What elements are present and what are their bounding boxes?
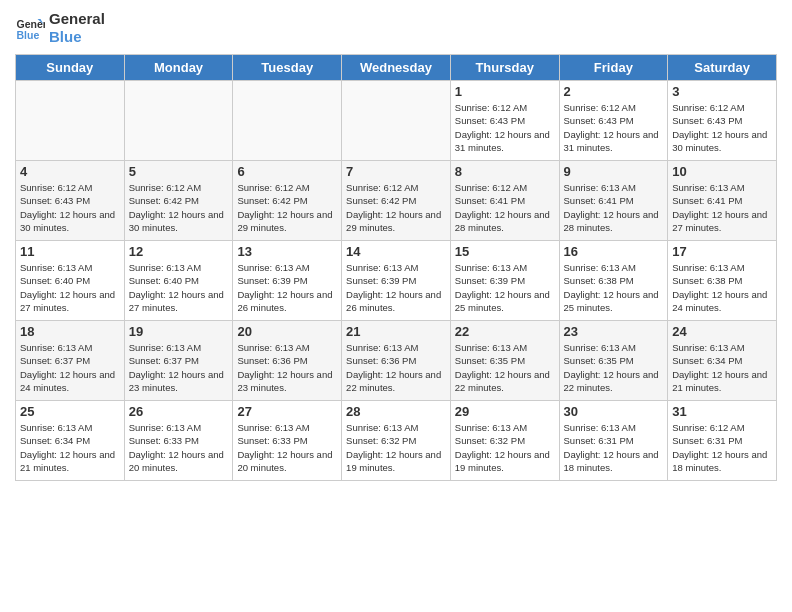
day-number: 7 [346,164,446,179]
day-number: 25 [20,404,120,419]
day-header-wednesday: Wednesday [342,55,451,81]
week-row-3: 11Sunrise: 6:13 AM Sunset: 6:40 PM Dayli… [16,241,777,321]
day-info: Sunrise: 6:12 AM Sunset: 6:41 PM Dayligh… [455,181,555,234]
day-number: 10 [672,164,772,179]
day-cell: 1Sunrise: 6:12 AM Sunset: 6:43 PM Daylig… [450,81,559,161]
day-info: Sunrise: 6:13 AM Sunset: 6:33 PM Dayligh… [129,421,229,474]
day-cell: 23Sunrise: 6:13 AM Sunset: 6:35 PM Dayli… [559,321,668,401]
day-info: Sunrise: 6:13 AM Sunset: 6:40 PM Dayligh… [129,261,229,314]
day-number: 27 [237,404,337,419]
day-cell: 12Sunrise: 6:13 AM Sunset: 6:40 PM Dayli… [124,241,233,321]
day-cell: 2Sunrise: 6:12 AM Sunset: 6:43 PM Daylig… [559,81,668,161]
calendar-table: SundayMondayTuesdayWednesdayThursdayFrid… [15,54,777,481]
day-number: 29 [455,404,555,419]
day-cell: 18Sunrise: 6:13 AM Sunset: 6:37 PM Dayli… [16,321,125,401]
day-info: Sunrise: 6:12 AM Sunset: 6:43 PM Dayligh… [672,101,772,154]
day-cell [342,81,451,161]
day-info: Sunrise: 6:13 AM Sunset: 6:36 PM Dayligh… [237,341,337,394]
day-header-friday: Friday [559,55,668,81]
day-cell: 16Sunrise: 6:13 AM Sunset: 6:38 PM Dayli… [559,241,668,321]
day-number: 15 [455,244,555,259]
day-cell: 31Sunrise: 6:12 AM Sunset: 6:31 PM Dayli… [668,401,777,481]
day-cell: 20Sunrise: 6:13 AM Sunset: 6:36 PM Dayli… [233,321,342,401]
day-info: Sunrise: 6:12 AM Sunset: 6:43 PM Dayligh… [20,181,120,234]
day-number: 30 [564,404,664,419]
day-cell [233,81,342,161]
day-number: 14 [346,244,446,259]
day-header-monday: Monday [124,55,233,81]
day-info: Sunrise: 6:13 AM Sunset: 6:33 PM Dayligh… [237,421,337,474]
day-cell: 22Sunrise: 6:13 AM Sunset: 6:35 PM Dayli… [450,321,559,401]
day-number: 18 [20,324,120,339]
day-info: Sunrise: 6:13 AM Sunset: 6:35 PM Dayligh… [564,341,664,394]
day-cell: 3Sunrise: 6:12 AM Sunset: 6:43 PM Daylig… [668,81,777,161]
day-info: Sunrise: 6:13 AM Sunset: 6:34 PM Dayligh… [672,341,772,394]
day-info: Sunrise: 6:12 AM Sunset: 6:43 PM Dayligh… [564,101,664,154]
day-info: Sunrise: 6:13 AM Sunset: 6:39 PM Dayligh… [455,261,555,314]
day-number: 3 [672,84,772,99]
day-info: Sunrise: 6:13 AM Sunset: 6:40 PM Dayligh… [20,261,120,314]
week-row-5: 25Sunrise: 6:13 AM Sunset: 6:34 PM Dayli… [16,401,777,481]
day-cell: 11Sunrise: 6:13 AM Sunset: 6:40 PM Dayli… [16,241,125,321]
day-cell: 9Sunrise: 6:13 AM Sunset: 6:41 PM Daylig… [559,161,668,241]
day-info: Sunrise: 6:13 AM Sunset: 6:41 PM Dayligh… [564,181,664,234]
day-info: Sunrise: 6:12 AM Sunset: 6:42 PM Dayligh… [346,181,446,234]
page-container: General Blue General Blue SundayMondayTu… [0,0,792,491]
day-info: Sunrise: 6:13 AM Sunset: 6:31 PM Dayligh… [564,421,664,474]
svg-text:Blue: Blue [17,29,40,41]
day-header-tuesday: Tuesday [233,55,342,81]
day-info: Sunrise: 6:12 AM Sunset: 6:43 PM Dayligh… [455,101,555,154]
day-cell: 15Sunrise: 6:13 AM Sunset: 6:39 PM Dayli… [450,241,559,321]
day-cell: 5Sunrise: 6:12 AM Sunset: 6:42 PM Daylig… [124,161,233,241]
day-number: 28 [346,404,446,419]
day-info: Sunrise: 6:13 AM Sunset: 6:37 PM Dayligh… [20,341,120,394]
day-cell [16,81,125,161]
day-info: Sunrise: 6:13 AM Sunset: 6:39 PM Dayligh… [237,261,337,314]
day-number: 2 [564,84,664,99]
day-info: Sunrise: 6:13 AM Sunset: 6:36 PM Dayligh… [346,341,446,394]
day-cell: 26Sunrise: 6:13 AM Sunset: 6:33 PM Dayli… [124,401,233,481]
day-cell: 28Sunrise: 6:13 AM Sunset: 6:32 PM Dayli… [342,401,451,481]
logo-icon: General Blue [15,13,45,43]
day-cell: 6Sunrise: 6:12 AM Sunset: 6:42 PM Daylig… [233,161,342,241]
day-info: Sunrise: 6:13 AM Sunset: 6:35 PM Dayligh… [455,341,555,394]
day-header-sunday: Sunday [16,55,125,81]
day-info: Sunrise: 6:12 AM Sunset: 6:42 PM Dayligh… [237,181,337,234]
day-cell: 13Sunrise: 6:13 AM Sunset: 6:39 PM Dayli… [233,241,342,321]
day-cell: 25Sunrise: 6:13 AM Sunset: 6:34 PM Dayli… [16,401,125,481]
day-number: 16 [564,244,664,259]
day-number: 11 [20,244,120,259]
day-header-thursday: Thursday [450,55,559,81]
day-info: Sunrise: 6:12 AM Sunset: 6:42 PM Dayligh… [129,181,229,234]
day-number: 13 [237,244,337,259]
day-info: Sunrise: 6:12 AM Sunset: 6:31 PM Dayligh… [672,421,772,474]
day-number: 22 [455,324,555,339]
week-row-2: 4Sunrise: 6:12 AM Sunset: 6:43 PM Daylig… [16,161,777,241]
day-header-saturday: Saturday [668,55,777,81]
day-number: 17 [672,244,772,259]
day-info: Sunrise: 6:13 AM Sunset: 6:37 PM Dayligh… [129,341,229,394]
day-cell: 21Sunrise: 6:13 AM Sunset: 6:36 PM Dayli… [342,321,451,401]
day-cell: 29Sunrise: 6:13 AM Sunset: 6:32 PM Dayli… [450,401,559,481]
day-number: 5 [129,164,229,179]
day-number: 1 [455,84,555,99]
day-cell: 10Sunrise: 6:13 AM Sunset: 6:41 PM Dayli… [668,161,777,241]
week-row-1: 1Sunrise: 6:12 AM Sunset: 6:43 PM Daylig… [16,81,777,161]
days-header-row: SundayMondayTuesdayWednesdayThursdayFrid… [16,55,777,81]
day-number: 21 [346,324,446,339]
day-number: 24 [672,324,772,339]
week-row-4: 18Sunrise: 6:13 AM Sunset: 6:37 PM Dayli… [16,321,777,401]
day-number: 19 [129,324,229,339]
day-info: Sunrise: 6:13 AM Sunset: 6:39 PM Dayligh… [346,261,446,314]
day-cell: 14Sunrise: 6:13 AM Sunset: 6:39 PM Dayli… [342,241,451,321]
day-info: Sunrise: 6:13 AM Sunset: 6:32 PM Dayligh… [455,421,555,474]
day-number: 23 [564,324,664,339]
logo: General Blue General Blue [15,10,105,46]
day-cell: 7Sunrise: 6:12 AM Sunset: 6:42 PM Daylig… [342,161,451,241]
day-number: 20 [237,324,337,339]
logo-blue: Blue [49,28,105,46]
day-info: Sunrise: 6:13 AM Sunset: 6:34 PM Dayligh… [20,421,120,474]
day-info: Sunrise: 6:13 AM Sunset: 6:41 PM Dayligh… [672,181,772,234]
day-cell: 4Sunrise: 6:12 AM Sunset: 6:43 PM Daylig… [16,161,125,241]
day-cell: 27Sunrise: 6:13 AM Sunset: 6:33 PM Dayli… [233,401,342,481]
